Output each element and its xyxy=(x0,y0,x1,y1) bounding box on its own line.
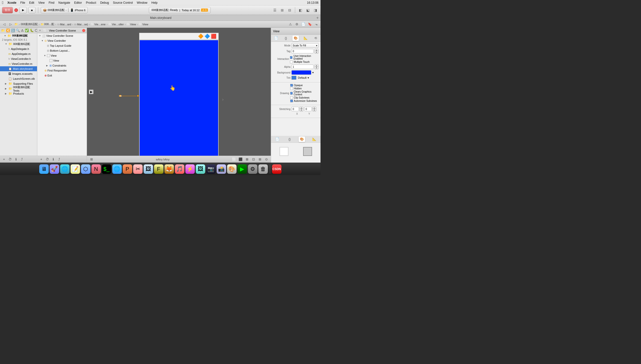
nav-icon-folder[interactable]: 📁 xyxy=(1,28,5,32)
alpha-stepper-up[interactable]: ▲ xyxy=(315,64,318,67)
multiple-touch-checkbox[interactable]: Multiple Touch xyxy=(290,60,319,63)
nav-search-icon[interactable]: ⬎ xyxy=(314,22,319,27)
dock-finder[interactable]: 🖥 xyxy=(39,164,49,174)
hidden-checkbox[interactable]: Hidden xyxy=(290,87,319,90)
alpha-input[interactable] xyxy=(291,64,314,69)
dock-csdn[interactable]: CSDN xyxy=(272,164,282,174)
nav-back-button[interactable]: ◁ xyxy=(2,22,7,27)
scene-filter-button[interactable]: ⏱ xyxy=(45,157,50,162)
view-switcher-center[interactable]: ⊞ xyxy=(279,7,285,14)
inspector-tab-quick[interactable]: {} xyxy=(283,36,289,41)
filter-button[interactable]: ⤴ xyxy=(19,157,24,162)
dock-iqiyi[interactable]: ▶ xyxy=(238,164,247,174)
new-tab-button[interactable]: + xyxy=(315,15,321,21)
menu-editor[interactable]: Editor xyxy=(74,1,82,4)
dock-qqbrowser[interactable]: 🦊 xyxy=(165,164,174,174)
stop-square-button[interactable]: ■ xyxy=(28,7,36,14)
sidebar-viewcontroller-h[interactable]: h ViewController.h xyxy=(0,56,37,61)
dock-system-prefs[interactable]: ⚙ xyxy=(248,164,257,174)
obj-tab-media[interactable]: 📐 xyxy=(311,136,318,142)
menu-debug[interactable]: Debug xyxy=(100,1,109,4)
nav-warning-icon[interactable]: ⚠ xyxy=(288,22,293,27)
dock-network[interactable]: 🌐 xyxy=(112,164,122,174)
breadcrumb-8[interactable]: View xyxy=(142,23,148,26)
canvas-more-icon[interactable]: ⊙ xyxy=(264,157,269,162)
menu-source-control[interactable]: Source Control xyxy=(113,1,133,4)
canvas-toolbar-icon-3[interactable]: 🟥 xyxy=(211,34,216,39)
nav-icon-test[interactable]: ✅ xyxy=(25,28,29,32)
scene-item-view-outer[interactable]: ▼ View xyxy=(37,53,87,58)
menu-navigate[interactable]: Navigate xyxy=(58,1,70,4)
nav-file-icon[interactable]: 📄 xyxy=(301,22,306,27)
nav-icon-symbol[interactable]: 🔣 xyxy=(11,28,15,32)
dock-trash[interactable]: 🗑 xyxy=(258,164,268,174)
dock-screen-capture[interactable]: 📷 xyxy=(206,164,216,174)
inspector-tab-attributes[interactable]: 🎨 xyxy=(292,36,299,41)
scene-item-vc[interactable]: ▼ ⊙ View Controller xyxy=(37,38,87,43)
canvas-bottom-icon-3[interactable]: ⊠ xyxy=(245,157,249,162)
obj-item-2[interactable] xyxy=(296,144,320,160)
menu-edit[interactable]: Edit xyxy=(29,1,34,4)
panel-right[interactable]: ◨ xyxy=(312,7,319,14)
menu-help[interactable]: Help xyxy=(151,1,158,4)
add-scene-button[interactable]: + xyxy=(39,157,44,162)
nav-icon-breakpoint[interactable]: ⬡ xyxy=(35,28,37,32)
dock-graphic[interactable]: 🎨 xyxy=(227,164,237,174)
inspector-tab-file[interactable]: 📄 xyxy=(273,36,279,41)
scene-item-exit[interactable]: ⊗ Exit xyxy=(37,73,87,78)
tag-input[interactable] xyxy=(291,49,314,54)
view-switcher-left[interactable]: ☰ xyxy=(272,7,278,14)
dock-launchpad[interactable]: 🚀 xyxy=(50,164,59,174)
sidebar-launchscreen-xib[interactable]: 📋 LaunchScreen.xib xyxy=(0,76,37,81)
dock-preview[interactable]: 🖼 xyxy=(196,164,205,174)
nav-icon-issue[interactable]: ⚠ xyxy=(21,28,24,32)
panel-bottom[interactable]: ⬕ xyxy=(305,7,311,14)
background-color-swatch[interactable] xyxy=(291,70,311,75)
stretch-y-stepper[interactable]: ▲ ▼ xyxy=(312,106,316,112)
breadcrumb-1[interactable]: 008案例6适配 xyxy=(21,22,38,26)
scene-item-view-inner[interactable]: View xyxy=(37,58,87,63)
stretch-x-stepper[interactable]: ▲ ▼ xyxy=(299,106,303,112)
nav-icon-find[interactable]: 🔍 xyxy=(16,28,20,32)
menu-file[interactable]: File xyxy=(20,1,25,4)
canvas-fit-button[interactable]: ⊞ xyxy=(89,157,94,162)
nav-icon-debug[interactable]: 🐛 xyxy=(30,28,34,32)
alpha-stepper-down[interactable]: ▼ xyxy=(315,67,318,69)
clears-graphics-checkbox[interactable]: ✓ Clears Graphics Context xyxy=(290,90,319,96)
panel-left[interactable]: ◧ xyxy=(297,7,304,14)
scene-next-arrow[interactable]: › xyxy=(222,97,224,102)
canvas-area[interactable]: ▶ 🔶 🔷 🟥 👆 +60 xyxy=(87,28,271,156)
sidebar-appdelegate-h[interactable]: h AppDelegate.h xyxy=(0,46,37,52)
dock-image-capture[interactable]: 📸 xyxy=(217,164,226,174)
scene-item-vc-scene[interactable]: ▼ ⬜ View Controller Scene xyxy=(37,33,87,38)
file-info-button[interactable]: ℹ xyxy=(14,157,19,162)
mode-select[interactable]: Scale To Fill ▾ xyxy=(291,43,319,48)
recent-files-button[interactable]: ⏱ xyxy=(8,157,13,162)
dock-onenote[interactable]: N xyxy=(92,164,101,174)
sidebar-images-xcassets[interactable]: 🖼 Images.xcassets xyxy=(0,71,37,76)
dock-scissors[interactable]: ✂ xyxy=(133,164,143,174)
expand-scene-button[interactable]: ▶ xyxy=(89,90,94,94)
dock-photo[interactable]: 🖼 xyxy=(144,164,153,174)
scheme-selector[interactable]: 📦 008案例6适配 › 📱 iPhone 6 xyxy=(41,7,88,14)
sidebar-viewcontroller-m[interactable]: m ViewController.m xyxy=(0,61,37,66)
background-chevron[interactable]: ▾ xyxy=(312,71,314,74)
menu-view[interactable]: View xyxy=(38,1,45,4)
dock-notes[interactable]: 📝 xyxy=(71,164,80,174)
dock-powerpoint[interactable]: P xyxy=(123,164,132,174)
tint-color-swatch[interactable] xyxy=(291,76,296,80)
sidebar-appdelegate-m[interactable]: m AppDelegate.m xyxy=(0,52,37,56)
nav-icon-source[interactable]: 🔀 xyxy=(6,28,10,32)
breadcrumb-6[interactable]: Vie…oller xyxy=(112,23,124,26)
breadcrumb-5[interactable]: Vie…ene xyxy=(94,23,106,26)
menu-find[interactable]: Find xyxy=(49,1,55,4)
sidebar-group-folder[interactable]: ▼ 📁 008案例6适配 xyxy=(0,42,37,46)
tag-stepper-up[interactable]: ▲ xyxy=(315,49,318,51)
sidebar-project-root[interactable]: ▼ 📁 008案例6适配 xyxy=(0,33,37,38)
obj-item-4[interactable]: ◁ xyxy=(296,160,320,163)
autoresize-checkbox[interactable]: ✓ Autoresize Subviews xyxy=(290,100,319,102)
nav-forward-button[interactable]: ▷ xyxy=(8,22,14,27)
breadcrumb-7[interactable]: View xyxy=(130,23,136,26)
user-interaction-checkbox[interactable]: ✓ User Interaction Enabled xyxy=(290,54,319,60)
canvas-zoom-icon[interactable]: ⊞ xyxy=(257,157,262,162)
